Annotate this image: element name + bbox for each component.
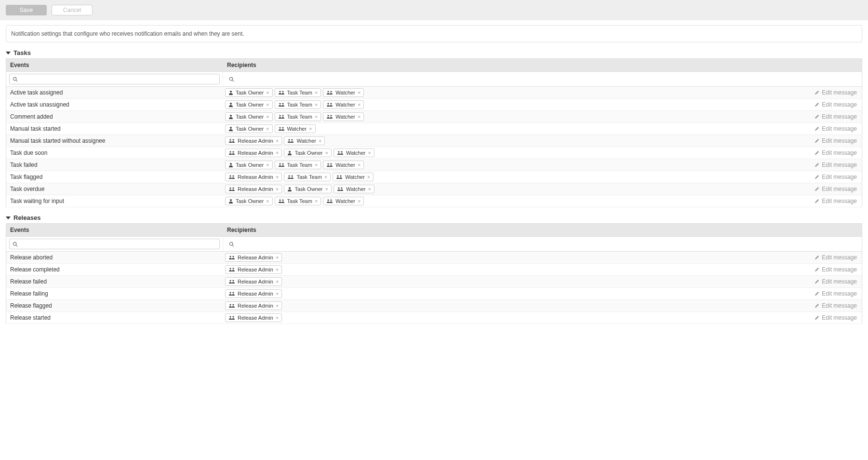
recipient-chip[interactable]: Release Admin × — [225, 313, 282, 322]
remove-recipient-icon[interactable]: × — [309, 126, 312, 132]
edit-message-link[interactable]: Edit message — [810, 264, 862, 275]
recipient-chip[interactable]: Task Team × — [275, 88, 321, 97]
recipient-chip[interactable]: Release Admin × — [225, 301, 282, 310]
remove-recipient-icon[interactable]: × — [266, 199, 269, 204]
recipient-chip[interactable]: Release Admin × — [225, 173, 282, 181]
recipient-chip[interactable]: Release Admin × — [225, 289, 282, 298]
recipient-chip[interactable]: Task Owner × — [225, 161, 273, 169]
recipients-cell[interactable]: Task Owner × Task Team × Watcher × — [223, 99, 810, 110]
recipients-filter[interactable] — [223, 72, 862, 87]
remove-recipient-icon[interactable]: × — [276, 187, 279, 192]
recipient-chip[interactable]: Task Team × — [275, 161, 321, 169]
edit-message-link[interactable]: Edit message — [810, 252, 862, 263]
recipient-chip[interactable]: Task Owner × — [225, 197, 273, 205]
remove-recipient-icon[interactable]: × — [358, 114, 361, 120]
recipients-cell[interactable]: Task Owner × Task Team × Watcher × — [223, 195, 810, 207]
recipient-chip[interactable]: Task Owner × — [225, 124, 273, 133]
remove-recipient-icon[interactable]: × — [358, 162, 361, 168]
recipients-cell[interactable]: Release Admin × — [223, 252, 810, 263]
recipient-chip[interactable]: Watcher × — [275, 124, 316, 133]
remove-recipient-icon[interactable]: × — [315, 162, 318, 168]
recipient-chip[interactable]: Watcher × — [323, 161, 364, 169]
edit-message-link[interactable]: Edit message — [810, 87, 862, 98]
remove-recipient-icon[interactable]: × — [276, 255, 279, 260]
cancel-button[interactable]: Cancel — [52, 5, 93, 15]
events-filter[interactable] — [6, 72, 223, 87]
remove-recipient-icon[interactable]: × — [368, 187, 371, 192]
remove-recipient-icon[interactable]: × — [276, 150, 279, 156]
remove-recipient-icon[interactable]: × — [266, 90, 269, 95]
recipient-chip[interactable]: Watcher × — [284, 136, 325, 145]
edit-message-link[interactable]: Edit message — [810, 184, 862, 194]
remove-recipient-icon[interactable]: × — [276, 291, 279, 297]
remove-recipient-icon[interactable]: × — [276, 315, 279, 321]
remove-recipient-icon[interactable]: × — [276, 279, 279, 284]
recipients-cell[interactable]: Release Admin × Task Owner × Watcher × — [223, 147, 810, 159]
remove-recipient-icon[interactable]: × — [276, 175, 279, 180]
recipients-cell[interactable]: Task Owner × Watcher × — [223, 123, 810, 135]
remove-recipient-icon[interactable]: × — [315, 114, 318, 120]
edit-message-link[interactable]: Edit message — [810, 135, 862, 146]
remove-recipient-icon[interactable]: × — [266, 102, 269, 108]
recipient-chip[interactable]: Task Team × — [284, 173, 331, 181]
recipient-chip[interactable]: Release Admin × — [225, 185, 282, 193]
recipients-cell[interactable]: Task Owner × Task Team × Watcher × — [223, 111, 810, 122]
edit-message-link[interactable]: Edit message — [810, 276, 862, 287]
recipient-chip[interactable]: Watcher × — [323, 88, 364, 97]
recipient-chip[interactable]: Watcher × — [323, 197, 364, 205]
remove-recipient-icon[interactable]: × — [367, 175, 370, 180]
remove-recipient-icon[interactable]: × — [266, 114, 269, 120]
remove-recipient-icon[interactable]: × — [276, 303, 279, 309]
remove-recipient-icon[interactable]: × — [315, 199, 318, 204]
recipient-chip[interactable]: Task Owner × — [225, 88, 273, 97]
edit-message-link[interactable]: Edit message — [810, 300, 862, 311]
edit-message-link[interactable]: Edit message — [810, 288, 862, 299]
edit-message-link[interactable]: Edit message — [810, 123, 862, 134]
recipients-cell[interactable]: Release Admin × — [223, 288, 810, 299]
edit-message-link[interactable]: Edit message — [810, 148, 862, 158]
recipient-chip[interactable]: Release Admin × — [225, 265, 282, 274]
recipient-chip[interactable]: Task Owner × — [225, 112, 273, 121]
recipient-chip[interactable]: Watcher × — [323, 100, 364, 109]
recipients-cell[interactable]: Release Admin × Task Owner × Watcher × — [223, 183, 810, 195]
recipients-cell[interactable]: Release Admin × — [223, 264, 810, 275]
remove-recipient-icon[interactable]: × — [368, 150, 371, 156]
remove-recipient-icon[interactable]: × — [358, 199, 361, 204]
section-toggle[interactable]: Tasks — [6, 47, 862, 58]
recipient-chip[interactable]: Watcher × — [334, 149, 374, 157]
recipients-filter[interactable] — [223, 237, 862, 252]
remove-recipient-icon[interactable]: × — [319, 138, 321, 144]
remove-recipient-icon[interactable]: × — [358, 90, 361, 95]
recipients-cell[interactable]: Release Admin × Task Team × Watcher × — [223, 171, 810, 183]
edit-message-link[interactable]: Edit message — [810, 172, 862, 182]
recipients-cell[interactable]: Task Owner × Task Team × Watcher × — [223, 159, 810, 171]
remove-recipient-icon[interactable]: × — [325, 150, 328, 156]
recipients-cell[interactable]: Release Admin × — [223, 312, 810, 324]
edit-message-link[interactable]: Edit message — [810, 99, 862, 110]
remove-recipient-icon[interactable]: × — [315, 102, 318, 108]
recipient-chip[interactable]: Watcher × — [333, 173, 374, 181]
recipients-cell[interactable]: Release Admin × Watcher × — [223, 135, 810, 147]
save-button[interactable]: Save — [6, 5, 47, 15]
remove-recipient-icon[interactable]: × — [324, 175, 327, 180]
section-toggle[interactable]: Releases — [6, 212, 862, 223]
recipient-chip[interactable]: Task Team × — [275, 100, 321, 109]
remove-recipient-icon[interactable]: × — [358, 102, 361, 108]
recipient-chip[interactable]: Watcher × — [334, 185, 374, 193]
edit-message-link[interactable]: Edit message — [810, 160, 862, 170]
recipient-chip[interactable]: Release Admin × — [225, 253, 282, 262]
recipients-cell[interactable]: Task Owner × Task Team × Watcher × — [223, 87, 810, 98]
recipient-chip[interactable]: Task Team × — [275, 197, 321, 205]
edit-message-link[interactable]: Edit message — [810, 111, 862, 122]
recipient-chip[interactable]: Task Owner × — [225, 100, 273, 109]
recipient-chip[interactable]: Task Team × — [275, 112, 321, 121]
remove-recipient-icon[interactable]: × — [266, 126, 269, 132]
recipients-cell[interactable]: Release Admin × — [223, 276, 810, 287]
remove-recipient-icon[interactable]: × — [276, 267, 279, 272]
recipient-chip[interactable]: Release Admin × — [225, 149, 282, 157]
remove-recipient-icon[interactable]: × — [266, 162, 269, 168]
recipient-chip[interactable]: Task Owner × — [284, 185, 332, 193]
recipient-chip[interactable]: Release Admin × — [225, 277, 282, 286]
events-filter[interactable] — [6, 237, 223, 252]
edit-message-link[interactable]: Edit message — [810, 312, 862, 323]
